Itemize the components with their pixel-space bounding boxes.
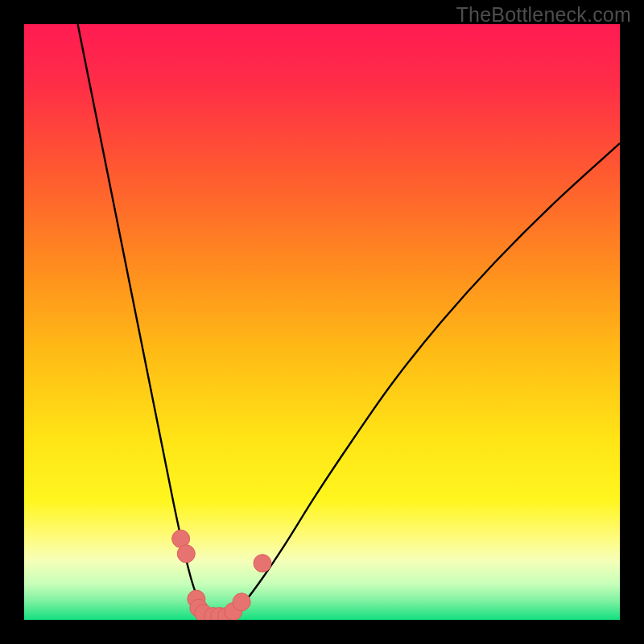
data-marker [233, 593, 250, 611]
chart-svg [24, 24, 620, 620]
plot-area [24, 24, 620, 620]
watermark-text: TheBottleneck.com [456, 3, 631, 27]
chart-frame: TheBottleneck.com [0, 0, 644, 644]
data-marker [254, 555, 271, 572]
data-marker [177, 545, 195, 563]
gradient-background [24, 24, 620, 620]
